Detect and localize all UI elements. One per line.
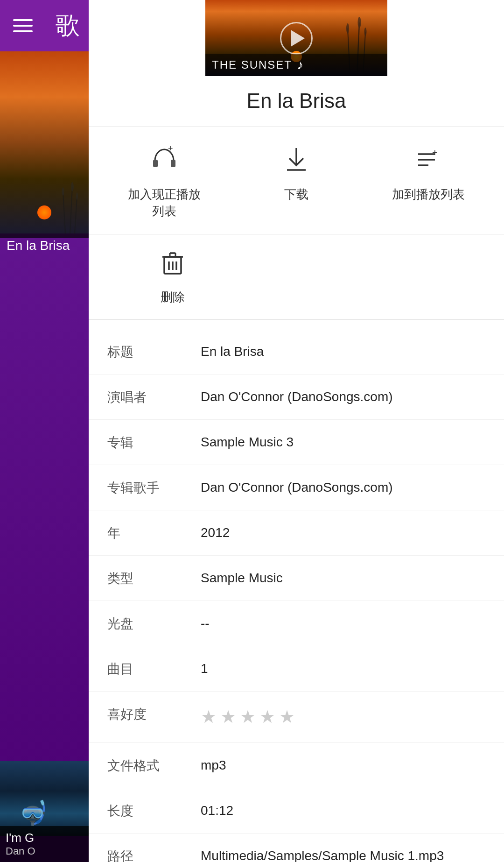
add-now-playing-line2: 列表 [152,204,176,218]
meta-row-7: 曲目1 [89,646,504,692]
meta-key-11: 路径 [107,847,201,862]
delete-label: 删除 [161,289,185,305]
download-label: 下载 [284,186,308,203]
sidebar-song-title-text: En la Brisa [7,238,70,253]
play-triangle-icon [291,30,305,47]
action-row: + 加入现正播放 列表 下载 [89,127,504,234]
svg-point-9 [358,17,361,28]
svg-text:+: + [432,148,438,158]
meta-value-1: Dan O'Connor (DanoSongs.com) [201,388,485,406]
star-4[interactable]: ★ [259,705,275,729]
meta-row-4: 年2012 [89,510,504,556]
meta-row-6: 光盘-- [89,601,504,646]
music-note-icon: ♪ [297,57,303,72]
meta-row-10: 长度01:12 [89,788,504,834]
meta-row-2: 专辑Sample Music 3 [89,420,504,465]
meta-key-6: 光盘 [107,614,201,633]
modal-panel: THE SUNSET ♪ En la Brisa + 加入现正播放 列表 [89,0,504,862]
add-to-playlist-button[interactable]: + 加到播放列表 [382,146,475,203]
svg-text:+: + [168,146,173,153]
sidebar-album-art-sunset [0,51,89,233]
svg-rect-12 [153,160,158,167]
meta-key-3: 专辑歌手 [107,478,201,497]
meta-key-8: 喜好度 [107,705,201,723]
delete-button[interactable]: 删除 [126,248,219,305]
meta-key-7: 曲目 [107,659,201,678]
meta-value-7: 1 [201,659,485,678]
sunset-label-bar: THE SUNSET ♪ [205,54,387,76]
svg-point-5 [76,192,78,200]
meta-key-10: 长度 [107,801,201,820]
meta-key-2: 专辑 [107,433,201,452]
sidebar-album-card-sunset[interactable]: THE SUN [0,51,89,238]
hamburger-menu-icon[interactable] [13,14,36,37]
svg-line-1 [63,191,65,233]
meta-row-9: 文件格式mp3 [89,743,504,788]
meta-key-1: 演唱者 [107,388,201,406]
svg-point-10 [346,23,349,34]
svg-line-0 [70,187,72,233]
header-title-char: 歌 [47,0,89,51]
star-3[interactable]: ★ [240,705,256,729]
metadata-table: 标题En la Brisa演唱者Dan O'Connor (DanoSongs.… [89,320,504,862]
meta-value-9: mp3 [201,756,485,774]
meta-key-0: 标题 [107,342,201,361]
sidebar-sea-artist: Dan O [6,845,83,857]
sidebar-sea-label: I'm G Dan O [0,826,89,862]
svg-point-11 [364,28,367,36]
meta-key-9: 文件格式 [107,756,201,775]
modal-header: THE SUNSET ♪ En la Brisa [89,0,504,127]
reeds-decoration [56,177,79,233]
trash-icon [159,248,187,280]
meta-value-10: 01:12 [201,801,485,820]
meta-value-4: 2012 [201,523,485,542]
meta-key-4: 年 [107,523,201,542]
sunset-label-text: THE SUNSET [212,58,292,71]
svg-line-2 [75,196,77,233]
meta-key-5: 类型 [107,569,201,587]
download-icon [282,146,310,177]
meta-value-2: Sample Music 3 [201,433,485,451]
meta-row-1: 演唱者Dan O'Connor (DanoSongs.com) [89,374,504,420]
meta-value-5: Sample Music [201,569,485,587]
star-1[interactable]: ★ [201,705,217,729]
star-5[interactable]: ★ [279,705,295,729]
meta-value-8[interactable]: ★★★★★ [201,705,485,729]
meta-value-0: En la Brisa [201,342,485,360]
meta-value-11: Multimedia/Samples/Sample Music 1.mp3 [201,847,485,862]
stars-rating[interactable]: ★★★★★ [201,705,485,729]
meta-row-8: 喜好度★★★★★ [89,692,504,743]
sidebar-sea-title: I'm G [6,831,83,845]
headphones-plus-icon: + [150,146,178,177]
download-button[interactable]: 下载 [250,146,343,203]
meta-row-0: 标题En la Brisa [89,329,504,374]
modal-song-title: En la Brisa [247,89,346,113]
sidebar-album-art-sea [0,761,89,836]
sidebar-song-title: En la Brisa [0,229,89,262]
play-button-overlay[interactable] [280,22,313,55]
svg-rect-13 [171,160,175,167]
sidebar-album-card-sea[interactable]: I'm G Dan O [0,761,89,862]
meta-value-6: -- [201,614,485,632]
svg-point-4 [62,187,64,196]
delete-row: 删除 [89,234,504,320]
add-now-playing-line1: 加入现正播放 [128,187,201,201]
add-to-now-playing-label: 加入现正播放 列表 [128,186,201,220]
add-to-now-playing-button[interactable]: + 加入现正播放 列表 [118,146,211,220]
meta-row-3: 专辑歌手Dan O'Connor (DanoSongs.com) [89,465,504,510]
svg-point-3 [71,182,74,191]
playlist-plus-icon: + [414,146,442,177]
meta-row-11: 路径Multimedia/Samples/Sample Music 1.mp3 [89,834,504,862]
meta-value-3: Dan O'Connor (DanoSongs.com) [201,478,485,496]
modal-album-thumb: THE SUNSET ♪ [205,0,387,76]
star-2[interactable]: ★ [220,705,236,729]
add-to-playlist-label: 加到播放列表 [392,186,465,203]
meta-row-5: 类型Sample Music [89,556,504,601]
modal-album-art: THE SUNSET ♪ [205,0,387,76]
